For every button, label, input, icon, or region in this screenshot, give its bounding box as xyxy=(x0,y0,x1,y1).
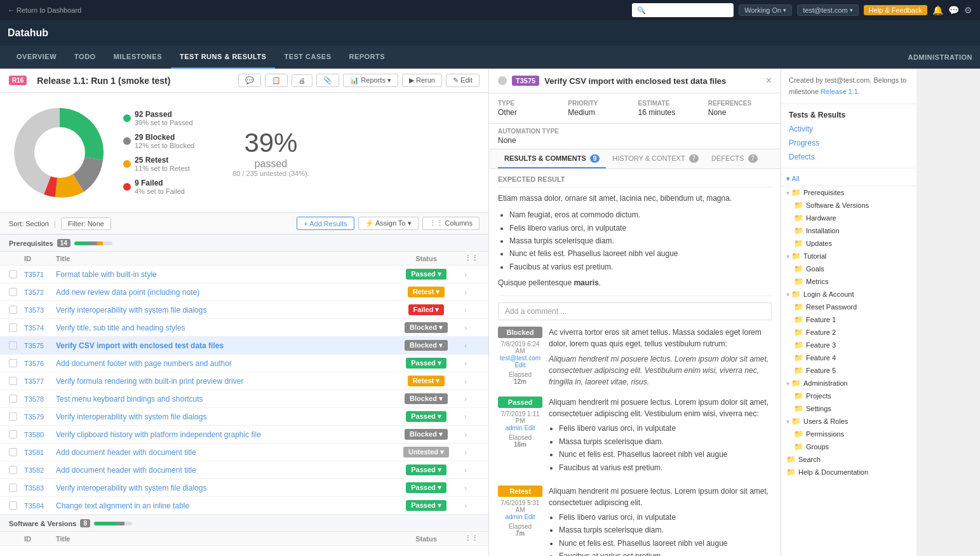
test-title[interactable]: Format table with built-in style xyxy=(56,270,388,279)
expand-icon[interactable]: › xyxy=(464,430,480,439)
expand-icon[interactable]: › xyxy=(464,288,480,297)
filter-button[interactable]: Filter: None xyxy=(61,217,111,230)
tab-history-context[interactable]: HISTORY & CONTEXT 7 xyxy=(606,149,705,168)
status-badge[interactable]: Retest ▾ xyxy=(408,376,445,386)
tree-item-updates[interactable]: 📁 Updates xyxy=(781,237,916,250)
row-checkbox[interactable] xyxy=(9,412,17,421)
expand-icon[interactable]: › xyxy=(464,323,480,332)
comment-box[interactable]: Add a comment ... xyxy=(498,302,772,320)
row-checkbox[interactable] xyxy=(9,448,17,456)
table-row[interactable]: T3582 Add document header with document … xyxy=(0,461,488,479)
test-title[interactable]: Add document header with document title xyxy=(56,466,388,475)
status-badge[interactable]: Untested ▾ xyxy=(403,447,449,458)
status-badge[interactable]: Blocked ▾ xyxy=(405,393,448,404)
status-badge[interactable]: Blocked ▾ xyxy=(405,340,448,351)
table-row[interactable]: T3571 Format table with built-in style P… xyxy=(0,266,488,283)
tab-milestones[interactable]: MILESTONES xyxy=(105,46,171,69)
tab-results-comments[interactable]: RESULTS & COMMENTS 9 xyxy=(498,149,606,168)
test-title[interactable]: Add document footer with page numbers an… xyxy=(56,359,388,368)
row-checkbox[interactable] xyxy=(9,484,17,492)
attach-button[interactable]: 📎 xyxy=(316,74,339,87)
edit-link[interactable]: Edit xyxy=(524,513,535,520)
tab-todo[interactable]: TODO xyxy=(65,46,105,69)
tree-item-installation[interactable]: 📁 Installation xyxy=(781,224,916,237)
nav-progress[interactable]: Progress xyxy=(789,136,909,150)
return-dashboard-link[interactable]: ← Return to Dashboard xyxy=(8,6,81,14)
tree-item-feature2[interactable]: 📁 Feature 2 xyxy=(781,326,916,339)
status-badge[interactable]: Passed ▾ xyxy=(406,411,446,422)
tab-reports[interactable]: REPORTS xyxy=(340,46,394,69)
row-checkbox[interactable] xyxy=(9,466,17,474)
tree-item-help-documentation[interactable]: 📁 Help & Documentation xyxy=(781,466,916,478)
nav-activity[interactable]: Activity xyxy=(789,122,909,136)
tab-test-runs-results[interactable]: TEST RUNS & RESULTS xyxy=(171,46,275,69)
comment-button[interactable]: 💬 xyxy=(238,74,261,87)
print-button[interactable]: 🖨 xyxy=(292,74,312,87)
user-menu-button[interactable]: test@test.com ▾ xyxy=(797,4,858,16)
status-badge[interactable]: Blocked ▾ xyxy=(405,429,448,440)
help-feedback-button[interactable]: Help & Feedback xyxy=(864,5,927,15)
edit-link[interactable]: Edit xyxy=(514,362,525,369)
status-badge[interactable]: Failed ▾ xyxy=(408,304,445,315)
test-title[interactable]: Verify clipboard history with platform i… xyxy=(56,430,388,439)
tree-item-software-versions[interactable]: 📁 Software & Versions xyxy=(781,199,916,212)
copy-button[interactable]: 📋 xyxy=(265,74,288,87)
status-badge[interactable]: Blocked ▾ xyxy=(405,322,448,333)
search-input[interactable] xyxy=(632,3,734,17)
table-row[interactable]: T3573 Verify interoperability with syste… xyxy=(0,301,488,319)
tree-item-feature5[interactable]: 📁 Feature 5 xyxy=(781,364,916,377)
expand-icon[interactable]: › xyxy=(464,448,480,457)
expand-icon[interactable]: › xyxy=(464,484,480,492)
expand-icon[interactable]: › xyxy=(464,306,480,315)
tree-item-tutorial[interactable]: ▾ 📁 Tutorial xyxy=(781,250,916,262)
edit-link[interactable]: Edit xyxy=(524,424,535,431)
test-title[interactable]: Verify interoperability with system file… xyxy=(56,412,388,421)
table-row[interactable]: T3572 Add new review data point (includi… xyxy=(0,283,488,301)
tree-item-hardware[interactable]: 📁 Hardware xyxy=(781,212,916,224)
row-checkbox[interactable] xyxy=(9,377,17,385)
expand-icon[interactable]: › xyxy=(464,466,480,475)
table-row[interactable]: T3584 Change text alignment in an inline… xyxy=(0,497,488,515)
row-checkbox[interactable] xyxy=(9,306,17,314)
expand-icon[interactable]: › xyxy=(464,395,480,403)
row-checkbox[interactable] xyxy=(9,359,17,367)
test-title[interactable]: Verify interoperability with system file… xyxy=(56,306,388,315)
tree-item-settings[interactable]: 📁 Settings xyxy=(781,402,916,415)
row-checkbox[interactable] xyxy=(9,341,17,349)
table-row[interactable]: T3577 Verify formula rendering with buil… xyxy=(0,372,488,390)
status-badge[interactable]: Retest ▾ xyxy=(408,287,445,297)
tree-item-feature4[interactable]: 📁 Feature 4 xyxy=(781,351,916,364)
test-title[interactable]: Test menu keyboard bindings and shortcut… xyxy=(56,395,388,403)
expand-icon[interactable]: › xyxy=(464,501,480,510)
tree-item-feature1[interactable]: 📁 Feature 1 xyxy=(781,313,916,326)
test-title[interactable]: Add document header with document title xyxy=(56,448,388,457)
status-badge[interactable]: Passed ▾ xyxy=(406,464,446,475)
table-row[interactable]: T3575 Verify CSV import with enclosed te… xyxy=(0,337,488,355)
tree-item-goals[interactable]: 📁 Goals xyxy=(781,262,916,275)
table-row[interactable]: T3574 Verify title, sub title and headin… xyxy=(0,319,488,337)
tree-item-groups[interactable]: 📁 Groups xyxy=(781,440,916,453)
test-title[interactable]: Verify formula rendering with built-in p… xyxy=(56,377,388,386)
tree-all-button[interactable]: ▾ All xyxy=(781,172,916,186)
row-checkbox[interactable] xyxy=(9,430,17,438)
close-button[interactable]: × xyxy=(766,75,772,86)
nav-tests-results[interactable]: Tests & Results xyxy=(789,108,909,122)
tab-overview[interactable]: OVERVIEW xyxy=(8,46,65,69)
assign-to-button[interactable]: ⚡ Assign To ▾ xyxy=(358,217,419,230)
row-checkbox[interactable] xyxy=(9,288,17,296)
milestone-link[interactable]: Release 1.1. xyxy=(821,88,860,95)
tree-item-projects[interactable]: 📁 Projects xyxy=(781,390,916,402)
tab-test-cases[interactable]: TEST CASES xyxy=(275,46,340,69)
edit-button[interactable]: ✎ Edit xyxy=(446,74,480,87)
table-row[interactable]: T3579 Verify interoperability with syste… xyxy=(0,408,488,426)
rerun-button[interactable]: ▶ Rerun xyxy=(402,74,442,87)
test-title[interactable]: Verify interoperability with system file… xyxy=(56,484,388,492)
row-checkbox[interactable] xyxy=(9,395,17,403)
working-on-button[interactable]: Working On ▾ xyxy=(739,4,792,16)
tree-item-prerequisites[interactable]: ▾ 📁 Prerequisites xyxy=(781,186,916,199)
row-checkbox[interactable] xyxy=(9,501,17,510)
status-badge[interactable]: Passed ▾ xyxy=(406,482,446,493)
expand-icon[interactable]: › xyxy=(464,359,480,368)
row-checkbox[interactable] xyxy=(9,323,17,332)
settings-icon[interactable]: ⚙ xyxy=(964,5,972,15)
